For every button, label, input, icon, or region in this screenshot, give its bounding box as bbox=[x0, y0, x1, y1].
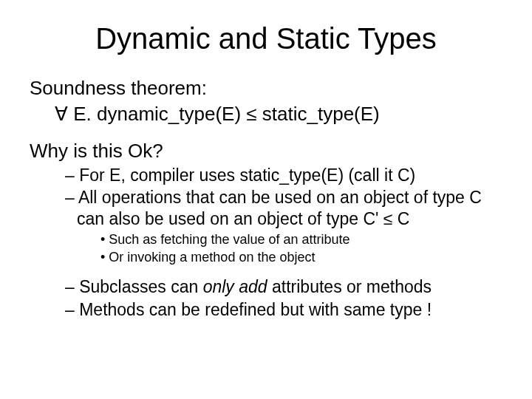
slide: Dynamic and Static Types Soundness theor… bbox=[0, 0, 532, 399]
line-soundness: Soundness theorem: bbox=[30, 76, 502, 100]
subbullet-fetching: • Such as fetching the value of an attri… bbox=[30, 231, 502, 248]
bullet-all-operations: – All operations that can be used on an … bbox=[30, 187, 502, 230]
formula-part-a: E. dynamic_type(E) bbox=[68, 103, 246, 125]
subbullet-invoking: • Or invoking a method on the object bbox=[30, 249, 502, 266]
line-soundness-formula: ∀ E. dynamic_type(E) ≤ static_type(E) bbox=[30, 102, 502, 126]
bullet-subclasses-a: – Subclasses can bbox=[65, 277, 203, 296]
bullet-compiler-uses: – For E, compiler uses static_type(E) (c… bbox=[30, 165, 502, 186]
bullet-subclasses: – Subclasses can only add attributes or … bbox=[30, 276, 502, 298]
le-symbol: ≤ bbox=[246, 103, 256, 125]
le-symbol-2: ≤ bbox=[383, 209, 393, 228]
line-why-ok: Why is this Ok? bbox=[30, 139, 502, 163]
bullet-all-operations-b: C bbox=[392, 209, 409, 228]
formula-part-b: static_type(E) bbox=[257, 103, 380, 125]
page-title: Dynamic and Static Types bbox=[30, 22, 502, 55]
forall-symbol: ∀ bbox=[55, 103, 68, 125]
bullet-methods-redefined: – Methods can be redefined but with same… bbox=[30, 299, 502, 321]
bullet-all-operations-a: – All operations that can be used on an … bbox=[65, 188, 482, 228]
bullet-subclasses-em: only add bbox=[203, 277, 267, 296]
bullet-subclasses-c: attributes or methods bbox=[267, 277, 432, 296]
